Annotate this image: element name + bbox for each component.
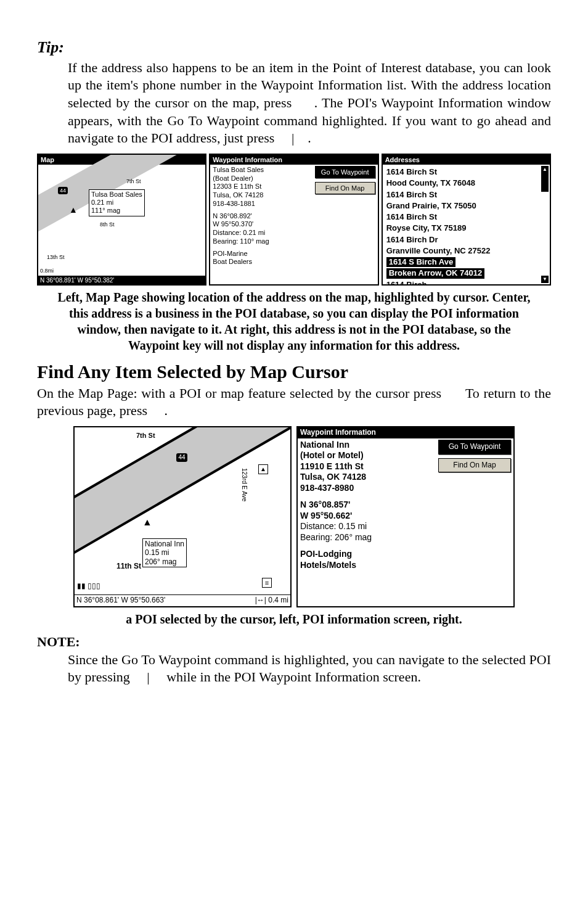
wp-lat: N 36°08.857': [300, 500, 436, 511]
scrollbar[interactable]: ▲ ▼: [541, 166, 549, 283]
cursor-arrow-icon: ▲: [69, 204, 78, 215]
tooltip-line: 206° mag: [145, 557, 184, 566]
find-on-map-button[interactable]: Find On Map: [438, 458, 511, 473]
wp-cat1: POI-Marine: [213, 250, 312, 258]
wp2-buttons: Go To Waypoint Find On Map: [438, 437, 513, 606]
go-to-waypoint-button[interactable]: Go To Waypoint: [438, 440, 511, 454]
wp-brg: Bearing: 110° mag: [213, 237, 312, 246]
waypoint-panel-2: Waypoint Information National Inn (Hotel…: [296, 426, 515, 607]
wp-cat2: Boat Dealers: [213, 258, 312, 266]
figure3-caption: Left, Map Page showing location of the a…: [52, 289, 536, 353]
tooltip-line: National Inn: [145, 540, 184, 548]
scroll-up-icon[interactable]: ▲: [541, 166, 549, 173]
waypoint-panel-1: Waypoint Information Tulsa Boat Sales (B…: [209, 154, 378, 286]
wp-phone: 918-437-8980: [300, 483, 436, 494]
zoom-value: 0.4 mi: [268, 596, 288, 604]
map-panel-2: 7th St 44 ▲ 123rd E Ave ▲ National Inn 0…: [73, 426, 292, 607]
wp-brg: Bearing: 206° mag: [300, 532, 436, 543]
street-label: 13th St: [47, 254, 65, 261]
tip-label: Tip:: [37, 37, 551, 58]
address-item[interactable]: Granville County, NC 27522: [386, 246, 547, 256]
wp-lon: W 95°50.370': [213, 220, 312, 229]
wp1-title: Waypoint Information: [210, 155, 377, 165]
wp-lat: N 36°08.892': [213, 212, 312, 221]
note-label: NOTE:: [37, 633, 551, 651]
tip-body: If the address also happens to be an ite…: [68, 59, 551, 147]
scroll-down-icon[interactable]: ▼: [541, 276, 549, 283]
addr-title: Addresses: [383, 155, 550, 165]
address-list[interactable]: 1614 Birch StHood County, TX 760481614 B…: [383, 165, 550, 286]
map-tooltip: Tulsa Boat Sales 0.21 mi 111° mag: [89, 189, 145, 216]
address-item[interactable]: 1614 Birch: [386, 280, 547, 286]
wp1-buttons: Go To Waypoint Find On Map: [315, 163, 378, 284]
address-item[interactable]: 1614 Birch Dr: [386, 235, 547, 245]
address-item[interactable]: Hood County, TX 76048: [386, 178, 547, 188]
addresses-panel: Addresses 1614 Birch StHood County, TX 7…: [382, 154, 551, 286]
address-item[interactable]: Grand Prairie, TX 75050: [386, 201, 547, 211]
map-panel-1: Map 44 7th St 8th St 13th St Tulsa Boat …: [37, 154, 206, 286]
tooltip-line: 111° mag: [91, 207, 142, 215]
wp-type: (Hotel or Motel): [300, 450, 436, 461]
wp-lon: W 95°50.662': [300, 511, 436, 522]
address-item[interactable]: 1614 S Birch Ave: [386, 257, 547, 267]
wp-cat1: POI-Lodging: [300, 549, 436, 560]
wp-phone: 918-438-1881: [213, 200, 312, 208]
tooltip-line: Tulsa Boat Sales: [91, 191, 142, 199]
wp-city: Tulsa, OK 74128: [213, 191, 312, 200]
street-label: 11th St: [116, 562, 141, 572]
cursor-arrow-icon: ▲: [142, 516, 152, 529]
wp-name: National Inn: [300, 440, 436, 451]
address-item[interactable]: 1614 Birch St: [386, 167, 547, 177]
map-tooltip: National Inn 0.15 mi 206° mag: [142, 538, 187, 567]
zoom-indicator: |↔| 0.4 mi: [255, 596, 288, 606]
coords: N 36°08.861' W 95°50.663': [76, 596, 165, 606]
section-para: On the Map Page: with a POI or map featu…: [37, 385, 551, 420]
map-statusbar: N 36°08.891' W 95°50.382': [38, 276, 205, 285]
layers-icon[interactable]: ≡: [262, 578, 272, 588]
street-label: 7th St: [126, 178, 141, 186]
map2-statusbar: N 36°08.861' W 95°50.663' |↔| 0.4 mi: [75, 594, 290, 606]
go-to-waypoint-button[interactable]: Go To Waypoint: [315, 166, 375, 178]
wp-name: Tulsa Boat Sales: [213, 166, 312, 175]
section-heading: Find Any Item Selected by Map Cursor: [37, 360, 551, 384]
wp1-details: Tulsa Boat Sales (Boat Dealer) 12303 E 1…: [210, 163, 314, 284]
figure-row-3: Map 44 7th St 8th St 13th St Tulsa Boat …: [37, 154, 551, 286]
wp-cat2: Hotels/Motels: [300, 560, 436, 571]
address-item[interactable]: Broken Arrow, OK 74012: [386, 268, 547, 278]
address-item[interactable]: 1614 Birch St: [386, 190, 547, 200]
note-body: Since the Go To Waypoint command is high…: [68, 651, 551, 686]
wp-addr: 11910 E 11th St: [300, 461, 436, 472]
street-label: 8th St: [100, 221, 115, 229]
address-item[interactable]: Royse City, TX 75189: [386, 223, 547, 233]
tooltip-line: 0.15 mi: [145, 548, 184, 557]
wp-type: (Boat Dealer): [213, 175, 312, 183]
north-icon: ▲: [258, 464, 268, 474]
find-on-map-button[interactable]: Find On Map: [315, 182, 375, 194]
wp-city: Tulsa, OK 74128: [300, 472, 436, 483]
street-label: 7th St: [136, 431, 155, 440]
wp2-details: National Inn (Hotel or Motel) 11910 E 11…: [298, 437, 438, 606]
scroll-thumb[interactable]: [541, 173, 549, 192]
wp2-title: Waypoint Information: [298, 427, 513, 438]
hw-shield: 44: [58, 187, 68, 194]
poi-icons-row: ▮▮ ▯▯▯: [77, 582, 100, 591]
wp-dist: Distance: 0.15 mi: [300, 521, 436, 532]
figure2-caption: a POI selected by the cursor, left, POI …: [52, 611, 536, 627]
wp-dist: Distance: 0.21 mi: [213, 229, 312, 237]
highway-band: [73, 426, 292, 557]
map2-body: 7th St 44 ▲ 123rd E Ave ▲ National Inn 0…: [75, 427, 290, 606]
hw-shield: 44: [176, 453, 187, 462]
street-label: 123rd E Ave: [240, 468, 248, 501]
tooltip-line: 0.21 mi: [91, 199, 142, 207]
wp-addr: 12303 E 11th St: [213, 183, 312, 191]
address-item[interactable]: 1614 Birch St: [386, 212, 547, 222]
map1-body: 44 7th St 8th St 13th St Tulsa Boat Sale…: [38, 165, 205, 285]
figure-row-2: 7th St 44 ▲ 123rd E Ave ▲ National Inn 0…: [37, 426, 551, 607]
map-scale: 0.8mi: [40, 268, 54, 275]
